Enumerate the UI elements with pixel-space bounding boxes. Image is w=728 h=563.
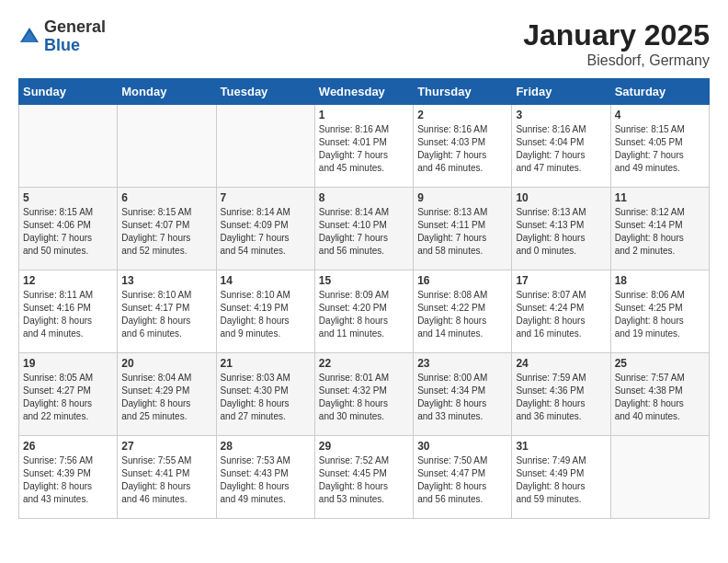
calendar-cell: 21Sunrise: 8:03 AM Sunset: 4:30 PM Dayli… (216, 353, 314, 436)
day-info: Sunrise: 8:10 AM Sunset: 4:17 PM Dayligh… (121, 289, 211, 340)
calendar-cell: 2Sunrise: 8:16 AM Sunset: 4:03 PM Daylig… (414, 105, 512, 188)
calendar-cell (19, 105, 118, 188)
calendar-cell: 28Sunrise: 7:53 AM Sunset: 4:43 PM Dayli… (216, 436, 314, 519)
day-number: 10 (516, 191, 606, 204)
weekday-header-wednesday: Wednesday (314, 79, 413, 105)
calendar-cell: 15Sunrise: 8:09 AM Sunset: 4:20 PM Dayli… (314, 270, 413, 353)
day-info: Sunrise: 8:07 AM Sunset: 4:24 PM Dayligh… (516, 289, 606, 340)
day-info: Sunrise: 8:15 AM Sunset: 4:05 PM Dayligh… (615, 123, 705, 175)
calendar-cell: 19Sunrise: 8:05 AM Sunset: 4:27 PM Dayli… (19, 353, 118, 436)
day-info: Sunrise: 8:11 AM Sunset: 4:16 PM Dayligh… (23, 289, 113, 340)
day-number: 15 (319, 274, 409, 287)
day-info: Sunrise: 8:05 AM Sunset: 4:27 PM Dayligh… (23, 372, 113, 423)
day-number: 28 (221, 440, 311, 453)
calendar-cell: 7Sunrise: 8:14 AM Sunset: 4:09 PM Daylig… (216, 188, 314, 270)
calendar-cell: 31Sunrise: 7:49 AM Sunset: 4:49 PM Dayli… (512, 436, 610, 519)
calendar-cell: 20Sunrise: 8:04 AM Sunset: 4:29 PM Dayli… (118, 353, 216, 436)
logo-blue-label: Blue (44, 37, 106, 55)
day-number: 1 (319, 109, 409, 121)
weekday-header-row: SundayMondayTuesdayWednesdayThursdayFrid… (19, 79, 710, 105)
weekday-header-thursday: Thursday (414, 79, 512, 105)
calendar-cell: 8Sunrise: 8:14 AM Sunset: 4:10 PM Daylig… (314, 188, 413, 270)
day-info: Sunrise: 8:09 AM Sunset: 4:20 PM Dayligh… (319, 289, 409, 340)
day-number: 19 (23, 357, 113, 370)
calendar-week-row: 5Sunrise: 8:15 AM Sunset: 4:06 PM Daylig… (19, 188, 710, 270)
calendar-cell: 18Sunrise: 8:06 AM Sunset: 4:25 PM Dayli… (610, 270, 709, 353)
day-info: Sunrise: 8:03 AM Sunset: 4:30 PM Dayligh… (221, 372, 311, 423)
day-number: 4 (615, 109, 705, 121)
day-info: Sunrise: 8:00 AM Sunset: 4:34 PM Dayligh… (417, 372, 507, 423)
day-number: 5 (23, 191, 113, 204)
day-number: 2 (417, 109, 507, 121)
calendar-cell: 9Sunrise: 8:13 AM Sunset: 4:11 PM Daylig… (414, 188, 512, 270)
day-number: 24 (516, 357, 606, 370)
calendar-cell (610, 436, 709, 519)
day-info: Sunrise: 7:55 AM Sunset: 4:41 PM Dayligh… (121, 454, 211, 506)
location-label: Biesdorf, Germany (523, 52, 710, 69)
day-info: Sunrise: 8:12 AM Sunset: 4:14 PM Dayligh… (615, 206, 705, 258)
day-number: 13 (121, 274, 211, 287)
day-number: 9 (417, 191, 507, 204)
day-info: Sunrise: 8:04 AM Sunset: 4:29 PM Dayligh… (121, 372, 211, 423)
day-info: Sunrise: 8:08 AM Sunset: 4:22 PM Dayligh… (417, 289, 507, 340)
calendar-cell: 10Sunrise: 8:13 AM Sunset: 4:13 PM Dayli… (512, 188, 610, 270)
day-number: 7 (221, 191, 311, 204)
day-number: 30 (417, 440, 507, 453)
day-number: 17 (516, 274, 606, 287)
day-info: Sunrise: 7:56 AM Sunset: 4:39 PM Dayligh… (23, 454, 113, 506)
day-info: Sunrise: 8:14 AM Sunset: 4:10 PM Dayligh… (319, 206, 409, 258)
day-number: 16 (417, 274, 507, 287)
calendar-cell: 22Sunrise: 8:01 AM Sunset: 4:32 PM Dayli… (314, 353, 413, 436)
day-number: 29 (319, 440, 409, 453)
day-number: 22 (319, 357, 409, 370)
calendar-week-row: 12Sunrise: 8:11 AM Sunset: 4:16 PM Dayli… (19, 270, 710, 353)
day-number: 12 (23, 274, 113, 287)
calendar-table: SundayMondayTuesdayWednesdayThursdayFrid… (18, 78, 710, 519)
weekday-header-saturday: Saturday (610, 79, 709, 105)
day-number: 23 (417, 357, 507, 370)
day-info: Sunrise: 8:16 AM Sunset: 4:01 PM Dayligh… (319, 123, 409, 175)
day-info: Sunrise: 8:16 AM Sunset: 4:04 PM Dayligh… (516, 123, 606, 175)
day-number: 8 (319, 191, 409, 204)
day-info: Sunrise: 8:14 AM Sunset: 4:09 PM Dayligh… (221, 206, 311, 258)
day-number: 3 (516, 109, 606, 121)
day-number: 14 (221, 274, 311, 287)
day-info: Sunrise: 8:13 AM Sunset: 4:11 PM Dayligh… (417, 206, 507, 258)
day-info: Sunrise: 8:10 AM Sunset: 4:19 PM Dayligh… (221, 289, 311, 340)
day-info: Sunrise: 8:15 AM Sunset: 4:07 PM Dayligh… (121, 206, 211, 258)
calendar-cell: 26Sunrise: 7:56 AM Sunset: 4:39 PM Dayli… (19, 436, 118, 519)
weekday-header-tuesday: Tuesday (216, 79, 314, 105)
day-number: 26 (23, 440, 113, 453)
day-number: 27 (121, 440, 211, 453)
day-number: 21 (221, 357, 311, 370)
day-info: Sunrise: 8:16 AM Sunset: 4:03 PM Dayligh… (417, 123, 507, 175)
calendar-cell: 17Sunrise: 8:07 AM Sunset: 4:24 PM Dayli… (512, 270, 610, 353)
calendar-cell: 23Sunrise: 8:00 AM Sunset: 4:34 PM Dayli… (414, 353, 512, 436)
calendar-week-row: 1Sunrise: 8:16 AM Sunset: 4:01 PM Daylig… (19, 105, 710, 188)
logo-general-label: General (44, 18, 106, 37)
day-info: Sunrise: 8:15 AM Sunset: 4:06 PM Dayligh… (23, 206, 113, 258)
weekday-header-monday: Monday (118, 79, 216, 105)
calendar-cell (118, 105, 216, 188)
logo-icon (18, 26, 40, 48)
calendar-cell: 3Sunrise: 8:16 AM Sunset: 4:04 PM Daylig… (512, 105, 610, 188)
logo-text: General Blue (44, 18, 106, 55)
title-section: January 2025 Biesdorf, Germany (523, 18, 710, 69)
calendar-cell: 6Sunrise: 8:15 AM Sunset: 4:07 PM Daylig… (118, 188, 216, 270)
calendar-cell: 14Sunrise: 8:10 AM Sunset: 4:19 PM Dayli… (216, 270, 314, 353)
calendar-cell: 30Sunrise: 7:50 AM Sunset: 4:47 PM Dayli… (414, 436, 512, 519)
month-year-title: January 2025 (523, 18, 710, 52)
day-info: Sunrise: 8:06 AM Sunset: 4:25 PM Dayligh… (615, 289, 705, 340)
calendar-cell: 25Sunrise: 7:57 AM Sunset: 4:38 PM Dayli… (610, 353, 709, 436)
calendar-cell (216, 105, 314, 188)
calendar-cell: 16Sunrise: 8:08 AM Sunset: 4:22 PM Dayli… (414, 270, 512, 353)
logo: General Blue (18, 18, 106, 55)
day-number: 6 (121, 191, 211, 204)
calendar-cell: 24Sunrise: 7:59 AM Sunset: 4:36 PM Dayli… (512, 353, 610, 436)
weekday-header-sunday: Sunday (19, 79, 118, 105)
day-info: Sunrise: 7:50 AM Sunset: 4:47 PM Dayligh… (417, 454, 507, 506)
day-number: 31 (516, 440, 606, 453)
day-info: Sunrise: 7:53 AM Sunset: 4:43 PM Dayligh… (221, 454, 311, 506)
calendar-cell: 12Sunrise: 8:11 AM Sunset: 4:16 PM Dayli… (19, 270, 118, 353)
day-number: 20 (121, 357, 211, 370)
